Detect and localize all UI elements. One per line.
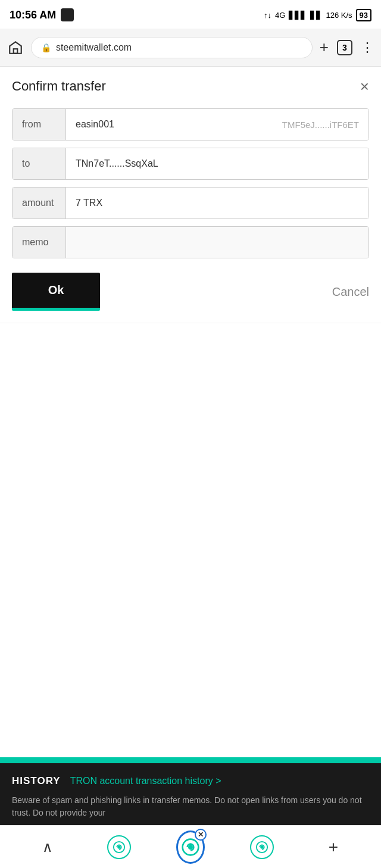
ok-button[interactable]: Ok [12, 273, 100, 311]
cancel-button[interactable]: Cancel [332, 285, 369, 299]
white-space [0, 323, 381, 757]
from-value: easin001 TMF5eJ......iTF6ET [66, 109, 368, 140]
confirm-transfer-dialog: Confirm transfer × from easin001 TMF5eJ.… [0, 67, 381, 323]
to-address: TNn7eT......SsqXaL [76, 158, 158, 169]
nav-back-button[interactable]: ∧ [33, 833, 62, 861]
nav-tab1-button[interactable] [105, 833, 133, 861]
from-label: from [13, 109, 66, 140]
memo-row: memo [12, 226, 369, 258]
bottom-nav: ∧ ✕ [0, 825, 381, 868]
speed-text: 126 K/s [326, 11, 352, 20]
time-text: 10:56 AM [10, 9, 56, 21]
button-row: Ok Cancel [12, 273, 369, 311]
page-layout: 10:56 AM ↑↓ 4G ▋▋▋ ▋▋ 126 K/s 93 🔒 steem… [0, 0, 381, 868]
add-tab-button[interactable]: + [320, 38, 329, 57]
from-address: TMF5eJ......iTF6ET [282, 120, 359, 130]
signal-icon: ↑↓ [264, 11, 271, 20]
from-row: from easin001 TMF5eJ......iTF6ET [12, 108, 369, 140]
amount-text: 7 TRX [76, 198, 102, 208]
history-label: HISTORY [12, 775, 61, 787]
home-button[interactable] [7, 39, 24, 56]
status-time: 10:56 AM [10, 8, 74, 21]
from-account: easin001 [76, 119, 114, 130]
warning-text: Beware of spam and phishing links in tra… [12, 794, 369, 819]
nav-center-button[interactable]: ✕ [176, 833, 205, 861]
dialog-header: Confirm transfer × [12, 79, 369, 94]
lock-icon: 🔒 [41, 43, 51, 52]
signal-bars-icon: ▋▋▋ [289, 11, 307, 20]
url-text: steemitwallet.com [56, 42, 132, 53]
center-circle-icon: ✕ [176, 830, 205, 864]
to-value: TNn7eT......SsqXaL [66, 148, 368, 179]
amount-row: amount 7 TRX [12, 187, 369, 219]
memo-value [66, 227, 368, 258]
status-bar: 10:56 AM ↑↓ 4G ▋▋▋ ▋▋ 126 K/s 93 [0, 0, 381, 29]
to-label: to [13, 148, 66, 179]
close-badge: ✕ [195, 829, 207, 841]
svg-rect-0 [14, 49, 18, 54]
url-bar[interactable]: 🔒 steemitwallet.com [31, 37, 313, 58]
teal-separator [0, 757, 381, 763]
amount-label: amount [13, 188, 66, 218]
network-type: 4G [275, 11, 285, 20]
tron-history-link[interactable]: TRON account transaction history > [70, 776, 221, 786]
status-icons: ↑↓ 4G ▋▋▋ ▋▋ 126 K/s 93 [264, 9, 371, 21]
svg-point-2 [117, 845, 121, 849]
tab-count-text: 3 [342, 43, 347, 52]
nav-tab3-button[interactable] [248, 833, 276, 861]
tab3-circle-icon [250, 835, 274, 859]
svg-point-6 [260, 845, 264, 849]
menu-button[interactable]: ⋮ [361, 40, 374, 55]
add-button[interactable]: + [319, 833, 348, 861]
close-button[interactable]: × [360, 79, 369, 94]
dialog-title: Confirm transfer [12, 79, 106, 94]
browser-bar: 🔒 steemitwallet.com + 3 ⋮ [0, 29, 381, 67]
to-row: to TNn7eT......SsqXaL [12, 148, 369, 180]
signal-bars2-icon: ▋▋ [310, 11, 322, 20]
add-icon: + [329, 838, 338, 857]
battery-indicator: 93 [356, 9, 371, 21]
main-content: Confirm transfer × from easin001 TMF5eJ.… [0, 67, 381, 868]
tab-count-button[interactable]: 3 [337, 40, 352, 55]
memo-label: memo [13, 227, 66, 258]
tab1-circle-icon [107, 835, 131, 859]
chevron-up-icon: ∧ [42, 839, 53, 855]
history-header: HISTORY TRON account transaction history… [12, 775, 369, 787]
status-square-icon [61, 8, 74, 21]
amount-value: 7 TRX [66, 188, 368, 218]
svg-point-4 [188, 845, 193, 850]
dark-section: HISTORY TRON account transaction history… [0, 763, 381, 825]
browser-actions: + 3 ⋮ [320, 38, 374, 57]
